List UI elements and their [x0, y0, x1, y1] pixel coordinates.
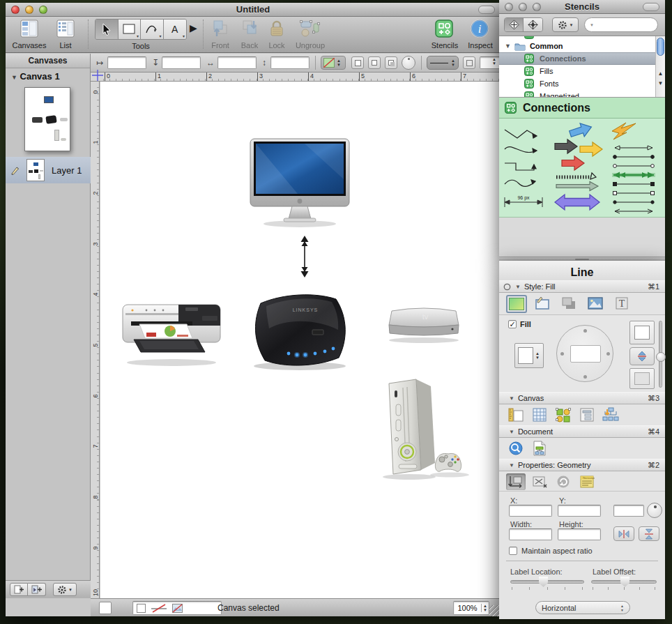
zoom-stepper[interactable]: ▲▼	[481, 604, 489, 612]
label-location-slider[interactable]	[510, 580, 584, 584]
rotation-dial[interactable]	[402, 56, 415, 70]
stencils-button[interactable]: Stencils	[428, 20, 461, 50]
canvas-alignment-tab[interactable]	[553, 406, 573, 423]
split-view-button[interactable]	[524, 18, 542, 31]
tree-item-fonts[interactable]: Fonts	[499, 77, 655, 90]
connector-double-arrow[interactable]	[298, 236, 311, 277]
tree-item-magnetized[interactable]: Magnetized	[499, 90, 655, 98]
width-field[interactable]	[217, 56, 257, 69]
stencils-titlebar[interactable]: Stencils	[499, 0, 665, 14]
flip-horizontal-button[interactable]	[613, 526, 634, 541]
tree-folder-common[interactable]: ▼ Common	[499, 40, 655, 52]
disclosure-triangle-icon[interactable]: ▼	[11, 74, 17, 81]
line-style-button[interactable]: ▲▼	[427, 56, 459, 70]
shadow-preset-button-1[interactable]	[351, 56, 364, 69]
front-button[interactable]: Front	[206, 20, 234, 50]
stencil-search-field[interactable]: ▼	[584, 17, 658, 32]
label-offset-slider[interactable]	[591, 580, 657, 584]
style-section-header[interactable]: ▼ Style: Fill ⌘1	[499, 280, 665, 293]
shadow-preset-button-3[interactable]	[385, 56, 397, 69]
horizontal-ruler[interactable]: 0 1 2 3 4 5 6 7	[91, 73, 501, 82]
apple-tv-image[interactable]: tv	[385, 304, 463, 344]
shape-tool-button[interactable]: ▾	[119, 20, 142, 39]
geometry-rotation-field[interactable]	[613, 505, 644, 517]
geometry-x-field[interactable]	[509, 505, 552, 517]
no-image-chip[interactable]	[172, 604, 183, 613]
router-image[interactable]: LINKSYS	[245, 291, 354, 372]
fill-color-swap-button[interactable]	[629, 347, 655, 365]
stencil-preview-body[interactable]: 96 px	[499, 119, 665, 218]
document-magnify-tab[interactable]	[506, 440, 526, 457]
document-section-header[interactable]: ▼ Document ⌘4	[499, 425, 665, 438]
label-location-thumb[interactable]	[539, 577, 548, 587]
style-disclosure-icon[interactable]: ▼	[515, 284, 521, 290]
fill-style-tab[interactable]	[506, 295, 527, 313]
geometry-y-field[interactable]	[558, 505, 601, 517]
document-disclosure-icon[interactable]: ▼	[509, 429, 514, 435]
fill-opacity-slider[interactable]	[659, 321, 662, 388]
fill-style-button[interactable]: ▲▼	[321, 56, 346, 70]
canvas-grid-tab[interactable]	[530, 406, 549, 423]
sidebar-item-canvas1[interactable]: ▼ Canvas 1	[6, 68, 90, 82]
xbox-image[interactable]	[378, 378, 473, 482]
canvas-disclosure-icon[interactable]: ▼	[509, 395, 514, 402]
canvas-section-header[interactable]: ▼ Canvas ⌘3	[499, 392, 665, 404]
fill-style-chip[interactable]	[137, 604, 146, 613]
tree-item-fills[interactable]: Fills	[499, 65, 655, 77]
y-position-field[interactable]	[162, 56, 201, 69]
fill-checkbox[interactable]: ✓	[508, 320, 517, 328]
line-tool-button[interactable]: ▾	[141, 20, 164, 39]
back-button[interactable]: Back	[236, 20, 263, 50]
geometry-section-header[interactable]: ▼ Properties: Geometry ⌘2	[499, 459, 665, 471]
lock-button[interactable]: Lock	[265, 20, 289, 50]
tree-item-connections[interactable]: Connections	[499, 52, 665, 65]
geometry-disclosure-icon[interactable]: ▼	[509, 462, 514, 469]
maintain-aspect-checkbox[interactable]	[509, 547, 517, 555]
inspect-button[interactable]: i Inspect	[464, 20, 496, 50]
document-data-tab[interactable]	[530, 440, 549, 457]
label-offset-thumb[interactable]	[620, 577, 629, 587]
flip-vertical-button[interactable]	[639, 526, 659, 541]
zoom-control[interactable]: 100% ▲▼	[453, 601, 489, 615]
new-canvas-button[interactable]	[10, 583, 28, 596]
folder-disclosure-icon[interactable]: ▼	[505, 43, 511, 50]
geometry-position-tab[interactable]	[506, 473, 526, 490]
inspector-titlebar[interactable]: Line	[499, 261, 665, 280]
height-field[interactable]	[270, 56, 310, 69]
ungroup-button[interactable]: Ungroup	[290, 20, 330, 50]
canvas-fill-swatch[interactable]	[99, 602, 112, 614]
single-view-button[interactable]	[505, 18, 524, 31]
fill-color-well[interactable]: ▲▼	[514, 343, 544, 368]
line-end-button[interactable]	[463, 56, 475, 69]
stencil-search-input[interactable]	[594, 20, 672, 30]
fill-color-primary-swatch[interactable]	[629, 321, 655, 344]
toolbar-toggle-lozenge[interactable]	[478, 6, 495, 14]
format-right-stepper[interactable]: ▲▼	[492, 57, 496, 66]
drawing-canvas[interactable]: LINKSYS tv	[100, 82, 501, 598]
stencil-action-button[interactable]: ▼	[552, 17, 579, 32]
geometry-width-field[interactable]	[509, 528, 552, 540]
no-stroke-chip[interactable]	[151, 604, 167, 613]
main-titlebar[interactable]: Untitled	[6, 3, 501, 17]
tools-expand-button[interactable]: ▶	[190, 22, 197, 33]
fill-color-secondary-swatch[interactable]	[629, 368, 655, 389]
tree-scrollbar[interactable]: ▲ ▼	[655, 36, 665, 98]
vertical-ruler[interactable]: 0 1 2 3 4 5 6 7 8 9 10	[91, 82, 100, 598]
canvases-button[interactable]: Canvases	[10, 20, 49, 50]
sidebar-action-menu-button[interactable]: ▼	[53, 583, 77, 596]
list-button[interactable]: List	[52, 20, 79, 50]
image-style-tab[interactable]	[586, 295, 605, 312]
dial-center-swatch[interactable]	[570, 345, 601, 363]
shadow-style-tab[interactable]	[559, 295, 579, 312]
geometry-height-field[interactable]	[558, 528, 601, 540]
text-tool-button[interactable]: A ▾	[164, 20, 186, 39]
fill-direction-dial[interactable]	[556, 325, 613, 382]
geometry-rotation-dial[interactable]	[647, 503, 662, 518]
tree-scroll-thumb[interactable]	[657, 38, 664, 56]
orientation-select[interactable]: Horizontal ▲▼	[535, 601, 630, 614]
stroke-style-tab[interactable]	[533, 295, 552, 312]
geometry-shape-tab[interactable]	[530, 473, 549, 490]
font-style-tab[interactable]: T	[612, 295, 632, 312]
selection-tool-button[interactable]	[96, 20, 119, 39]
scroll-down-arrow[interactable]: ▼	[656, 80, 665, 86]
